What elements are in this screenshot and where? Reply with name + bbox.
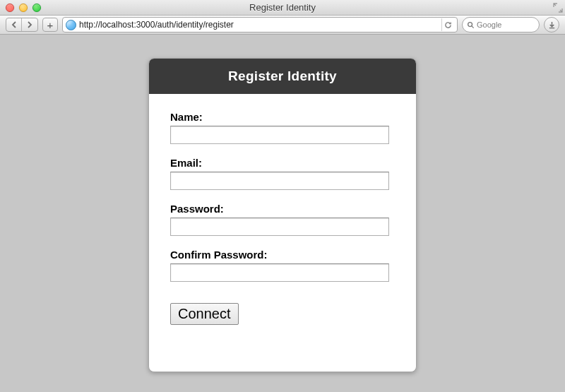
reload-button[interactable] [441,18,454,31]
name-input[interactable] [170,126,389,144]
email-label: Email: [170,157,395,169]
password-input[interactable] [170,218,389,236]
window-titlebar: Register Identity [0,0,565,16]
page-viewport: Register Identity Name: Email: Password:… [0,35,565,392]
traffic-lights [0,4,41,12]
fullscreen-icon[interactable] [553,3,563,13]
forward-button[interactable] [22,18,37,31]
confirm-password-label: Confirm Password: [170,249,395,261]
url-text: http://localhost:3000/auth/identity/regi… [79,20,439,30]
svg-point-0 [468,22,472,26]
connect-button[interactable]: Connect [170,303,239,325]
card-header: Register Identity [149,59,416,94]
window-title: Register Identity [0,2,565,13]
nav-buttons [6,18,38,32]
minimize-window-button[interactable] [19,4,28,12]
address-bar[interactable]: http://localhost:3000/auth/identity/regi… [62,17,458,32]
close-window-button[interactable] [6,4,14,12]
browser-toolbar: + http://localhost:3000/auth/identity/re… [0,16,565,35]
field-confirm-password: Confirm Password: [170,249,395,282]
back-button[interactable] [6,18,22,31]
name-label: Name: [170,111,395,123]
password-label: Password: [170,203,395,215]
zoom-window-button[interactable] [32,4,41,12]
field-email: Email: [170,157,395,190]
field-name: Name: [170,111,395,144]
register-card: Register Identity Name: Email: Password:… [148,58,417,372]
email-input[interactable] [170,172,389,190]
downloads-button[interactable] [544,17,559,32]
add-bookmark-button[interactable]: + [42,18,58,32]
card-body: Name: Email: Password: Confirm Password:… [149,94,416,339]
field-password: Password: [170,203,395,236]
confirm-password-input[interactable] [170,263,389,282]
search-placeholder: Google [477,20,501,29]
site-globe-icon [66,20,76,30]
card-title: Register Identity [228,69,337,84]
search-bar[interactable]: Google [462,17,540,32]
search-icon [467,21,475,29]
